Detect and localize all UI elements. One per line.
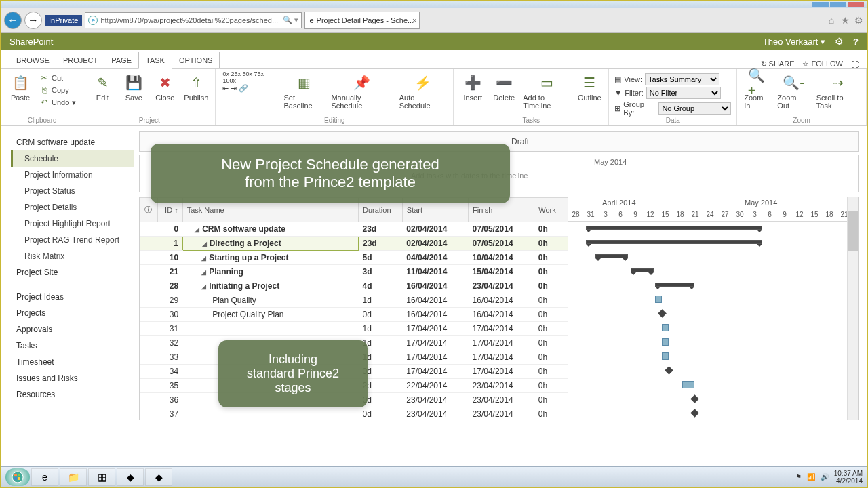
col-work[interactable]: Work [534,198,568,222]
taskbar-app[interactable]: ▦ [88,468,115,486]
nav-approvals[interactable]: Approvals [11,321,134,338]
gantt-bar [595,254,628,258]
maximize-button[interactable] [830,2,846,7]
gantt-scrollbar[interactable] [847,197,858,420]
nav-schedule[interactable]: Schedule [11,150,134,167]
nav-highlight-report[interactable]: Project Highlight Report [11,216,134,232]
timeline-button[interactable]: ▭Add to Timeline [521,72,572,117]
nav-project-status[interactable]: Project Status [11,183,134,199]
zoom-out-button[interactable]: 🔍-Zoom Out [776,72,810,117]
ribbon: 📋Paste ✂Cut ⎘Copy ↶Undo ▾ Clipboard ✎Edi… [1,69,867,126]
filter-select[interactable]: No Filter [646,87,721,99]
user-menu[interactable]: Theo Verkaart ▾ [763,37,825,47]
table-row[interactable]: 28◢Initiating a Project4d16/04/201423/04… [140,279,568,293]
svg-rect-4 [18,477,20,480]
table-row[interactable]: 29Plan Quality1d16/04/201416/04/20140h [140,293,568,308]
tab-options[interactable]: OPTIONS [172,52,220,68]
gantt-bar [662,324,669,331]
nav-tasks[interactable]: Tasks [11,338,134,354]
paste-button[interactable]: 📋Paste [7,72,34,117]
callout-banner-2: Includingstandard Prince2stages [218,340,368,407]
edit-button[interactable]: ✎Edit [89,72,116,117]
taskbar-app2[interactable]: ◆ [117,468,144,486]
tab-browse[interactable]: BROWSE [9,52,56,68]
follow-star-icon[interactable]: ☆ FOLLOW [802,60,843,68]
table-row[interactable]: 21◢Planning3d11/04/201415/04/20140h [140,265,568,279]
pct-buttons[interactable]: 0x 25x 50x 75x 100x [221,72,278,83]
tab-project[interactable]: PROJECT [56,52,104,68]
baseline-button[interactable]: ▦Set Baseline [282,72,326,117]
zoom-in-button[interactable]: 🔍+Zoom In [743,72,772,117]
save-button[interactable]: 💾Save [120,72,147,117]
fullscreen-icon[interactable]: ⛶ [851,60,859,68]
nav-timesheet[interactable]: Timesheet [11,354,134,370]
tray-clock[interactable]: 10:37 AM4/2/2014 [834,470,863,485]
table-row[interactable]: 0◢CRM software update23d02/04/201407/05/… [140,222,568,237]
nav-project-details[interactable]: Project Details [11,199,134,216]
nav-risk-matrix[interactable]: Risk Matrix [11,248,134,264]
tab-task[interactable]: TASK [138,52,172,69]
taskbar-app3[interactable]: ◆ [145,468,172,486]
undo-button[interactable]: ↶Undo ▾ [38,96,77,108]
nav-rag-report[interactable]: Project RAG Trend Report [11,232,134,248]
close-button[interactable]: ✖Close [151,72,178,117]
manual-button[interactable]: 📌Manually Schedule [330,72,393,117]
gantt-day: 6 [613,211,628,218]
nav-projects[interactable]: Projects [11,305,134,321]
nav-project-ideas[interactable]: Project Ideas [11,289,134,305]
gantt-day: 28 [568,211,583,218]
gantt-day: 3 [598,211,613,218]
tab-page[interactable]: PAGE [104,52,138,68]
table-row[interactable]: 370d23/04/201423/04/20140h [140,407,568,420]
search-dropdown-icon[interactable]: 🔍 ▾ [283,16,298,24]
close-tab-icon[interactable]: × [412,16,416,24]
group-label: Editing [221,117,448,124]
nav-project-name[interactable]: CRM software update [11,134,134,150]
scroll-task-button[interactable]: ⇢Scroll to Task [815,72,861,117]
close-window-button[interactable] [848,2,864,7]
copy-button[interactable]: ⎘Copy [38,84,77,96]
publish-button[interactable]: ⇧Publish [182,72,210,117]
browser-tab[interactable]: e Project Detail Pages - Sche... × [304,12,420,29]
home-icon[interactable]: ⌂ [826,15,837,26]
insert-button[interactable]: ➕Insert [459,72,486,117]
tray-network-icon[interactable]: 📶 [807,473,815,481]
auto-button[interactable]: ⚡Auto Schedule [398,72,448,117]
view-select[interactable]: Tasks Summary [645,73,719,85]
table-row[interactable]: 311d17/04/201417/04/20140h [140,322,568,336]
forward-button[interactable]: → [24,12,42,29]
gantt-milestone [665,366,673,375]
gantt-milestone [658,309,667,318]
favorites-icon[interactable]: ★ [840,15,850,26]
outline-button[interactable]: ☰Outline [576,72,603,117]
url-input[interactable]: e http://vm870/pwa/project%20detail%20pa… [85,12,302,28]
nav-project-site[interactable]: Project Site [11,264,134,281]
taskbar-ie[interactable]: e [31,468,58,486]
nav-issues-risks[interactable]: Issues and Risks [11,370,134,386]
group-select[interactable]: No Group [658,102,731,115]
nav-resources[interactable]: Resources [11,386,134,403]
nav-project-info[interactable]: Project Information [11,167,134,183]
start-button[interactable] [5,468,30,486]
taskbar-explorer[interactable]: 📁 [60,468,87,486]
minimize-button[interactable] [812,2,829,7]
inprivate-badge: InPrivate [45,15,82,26]
tray-flag-icon[interactable]: ⚑ [795,473,802,481]
help-icon[interactable]: ? [853,37,859,47]
gantt-chart[interactable]: April 2014 May 2014 28313691215182124273… [568,197,858,420]
cut-button[interactable]: ✂Cut [38,72,77,84]
table-row[interactable]: 1◢Directing a Project23d02/04/201407/05/… [140,237,568,251]
tools-icon[interactable]: ⚙ [853,15,864,26]
indent-buttons[interactable]: ⇤ ⇥ 🔗 [221,83,278,94]
settings-gear-icon[interactable]: ⚙ [835,36,844,47]
gantt-bar [586,226,762,230]
group-label: Clipboard [7,117,77,124]
suite-bar: SharePoint Theo Verkaart ▾ ⚙ ? [1,33,867,50]
table-row[interactable]: 30Project Quality Plan0d16/04/201416/04/… [140,308,568,322]
gantt-month: May 2014 [745,199,777,207]
tray-sound-icon[interactable]: 🔊 [821,473,829,481]
delete-button[interactable]: ➖Delete [490,72,517,117]
table-row[interactable]: 10◢Starting up a Project5d04/04/201410/0… [140,251,568,265]
back-button[interactable]: ← [4,12,22,29]
gantt-bar [682,381,694,388]
